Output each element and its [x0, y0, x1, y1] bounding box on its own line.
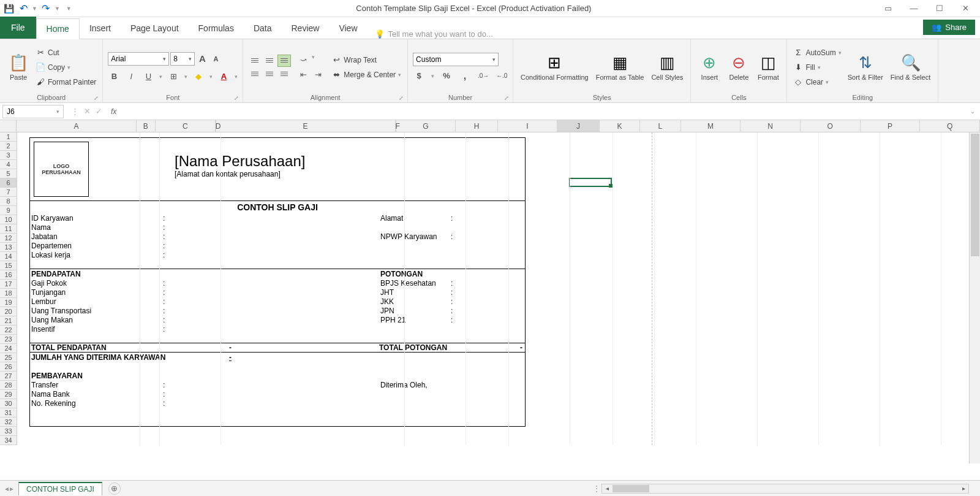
paste-button[interactable]: 📋 Paste: [5, 42, 32, 93]
tab-insert[interactable]: Insert: [80, 18, 121, 39]
company-address[interactable]: [Alamat dan kontak perusahaan]: [175, 170, 305, 178]
tell-me-search[interactable]: 💡 Tell me what you want to do...: [368, 29, 500, 39]
undo-dropdown[interactable]: ▼: [32, 6, 37, 12]
row-header-33[interactable]: 33: [0, 427, 17, 436]
autosum-button[interactable]: ΣAutoSum ▾: [792, 46, 842, 59]
col-header-E[interactable]: E: [216, 120, 396, 132]
row-header-24[interactable]: 24: [0, 344, 17, 353]
number-launcher-icon[interactable]: ⤢: [504, 95, 509, 101]
row-header-13[interactable]: 13: [0, 243, 17, 252]
company-name[interactable]: [Nama Perusahaan]: [175, 153, 305, 170]
tab-view[interactable]: View: [329, 18, 367, 39]
format-as-table-button[interactable]: ▦Format as Table: [594, 42, 647, 93]
save-icon[interactable]: 💾: [2, 2, 15, 15]
tab-formulas[interactable]: Formulas: [189, 18, 244, 39]
hscroll-left-icon[interactable]: ◂: [602, 484, 612, 493]
col-header-Q[interactable]: Q: [920, 120, 980, 132]
col-header-K[interactable]: K: [600, 120, 640, 132]
align-bottom-center[interactable]: [263, 68, 276, 80]
potongan-header[interactable]: POTONGAN: [380, 269, 524, 278]
col-header-O[interactable]: O: [801, 120, 861, 132]
vscroll-thumb[interactable]: [971, 134, 979, 256]
col-header-M[interactable]: M: [681, 120, 741, 132]
new-sheet-button[interactable]: ⊕: [108, 483, 121, 495]
number-format-dropdown[interactable]: Custom▾: [413, 53, 499, 66]
list-item[interactable]: Jabatan:: [31, 232, 380, 241]
pembayaran-header[interactable]: PEMBAYARAN: [31, 371, 380, 380]
row-header-20[interactable]: 20: [0, 307, 17, 316]
copy-button[interactable]: 📄Copy ▾: [34, 61, 97, 74]
sheet-nav-prev-icon[interactable]: ◂: [5, 484, 9, 493]
col-header-C[interactable]: C: [156, 120, 216, 132]
clipboard-launcher-icon[interactable]: ⤢: [94, 95, 99, 101]
grow-font-icon[interactable]: A: [196, 53, 208, 65]
row-header-3[interactable]: 3: [0, 151, 17, 160]
column-headers[interactable]: ABCDEFGHIJKLMNOPQ: [0, 120, 980, 132]
list-item[interactable]: PPH 21:: [380, 315, 524, 324]
redo-dropdown[interactable]: ▼: [55, 6, 60, 12]
conditional-formatting-button[interactable]: ⊞Conditional Formatting: [518, 42, 591, 93]
align-top-left[interactable]: [248, 55, 262, 67]
enter-formula-icon[interactable]: ✓: [96, 107, 102, 116]
pendapatan-header[interactable]: PENDAPATAN: [31, 269, 380, 278]
formula-options-icon[interactable]: ⋮: [71, 107, 79, 116]
list-item[interactable]: Lokasi kerja:: [31, 250, 380, 259]
sheet-tab-active[interactable]: CONTOH SLIP GAJI: [18, 482, 102, 495]
row-headers[interactable]: 1234567891011121314151617181920212223242…: [0, 132, 17, 445]
accounting-format-icon[interactable]: $: [413, 70, 425, 82]
tab-split-handle-icon[interactable]: ⋮: [593, 484, 600, 493]
italic-button[interactable]: I: [125, 71, 137, 83]
row-header-8[interactable]: 8: [0, 197, 17, 206]
row-header-14[interactable]: 14: [0, 252, 17, 261]
increase-indent-icon[interactable]: ⇥: [312, 69, 324, 81]
select-all-corner[interactable]: [0, 120, 17, 132]
tab-page-layout[interactable]: Page Layout: [121, 18, 189, 39]
list-item[interactable]: Uang Makan:: [31, 315, 380, 324]
row-header-29[interactable]: 29: [0, 390, 17, 399]
list-item[interactable]: Alamat:: [380, 213, 524, 223]
ribbon-display-icon[interactable]: ▭: [876, 1, 900, 16]
align-top-center[interactable]: [263, 55, 276, 67]
row-header-1[interactable]: 1: [0, 132, 17, 142]
tab-file[interactable]: File: [0, 17, 36, 39]
tab-home[interactable]: Home: [36, 18, 80, 39]
cell-styles-button[interactable]: ▥Cell Styles: [649, 42, 685, 93]
tab-data[interactable]: Data: [244, 18, 282, 39]
expand-formula-bar-icon[interactable]: ⌄: [965, 108, 980, 115]
clear-button[interactable]: ◇Clear ▾: [792, 75, 842, 89]
comma-style-icon[interactable]: ,: [459, 70, 471, 82]
row-header-28[interactable]: 28: [0, 381, 17, 390]
list-item[interactable]: ID Karyawan:: [31, 213, 380, 223]
worksheet-grid[interactable]: ABCDEFGHIJKLMNOPQ 1234567891011121314151…: [0, 120, 980, 464]
cells-area[interactable]: LOGO PERUSAHAAN [Nama Perusahaan] [Alama…: [17, 132, 980, 445]
row-header-31[interactable]: 31: [0, 408, 17, 418]
col-header-B[interactable]: B: [137, 120, 156, 132]
row-header-22[interactable]: 22: [0, 326, 17, 335]
merge-center-button[interactable]: ⬌Merge & Center ▾: [330, 68, 402, 82]
maximize-icon[interactable]: ☐: [927, 1, 952, 16]
row-header-10[interactable]: 10: [0, 215, 17, 224]
row-header-23[interactable]: 23: [0, 335, 17, 344]
row-header-12[interactable]: 12: [0, 234, 17, 243]
row-header-7[interactable]: 7: [0, 188, 17, 197]
underline-button[interactable]: U: [142, 71, 154, 83]
row-header-6[interactable]: 6: [0, 178, 17, 188]
format-painter-button[interactable]: 🖌Format Painter: [34, 75, 97, 89]
close-icon[interactable]: ✕: [953, 1, 978, 16]
percent-icon[interactable]: %: [440, 70, 453, 82]
increase-decimal-icon[interactable]: .0→: [477, 70, 489, 82]
row-header-26[interactable]: 26: [0, 362, 17, 372]
cut-button[interactable]: ✂Cut: [34, 46, 97, 59]
align-top-right[interactable]: [277, 55, 291, 67]
col-header-P[interactable]: P: [861, 120, 921, 132]
list-item[interactable]: Departemen:: [31, 241, 380, 250]
tab-review[interactable]: Review: [282, 18, 330, 39]
delete-cells-button[interactable]: ⊖Delete: [725, 42, 752, 93]
list-item[interactable]: Gaji Pokok:: [31, 278, 380, 288]
align-bottom-right[interactable]: [277, 68, 291, 80]
row-header-17[interactable]: 17: [0, 280, 17, 289]
fill-button[interactable]: ⬇Fill ▾: [792, 61, 842, 74]
row-header-11[interactable]: 11: [0, 224, 17, 234]
fx-icon[interactable]: fx: [107, 107, 120, 116]
total-row[interactable]: TOTAL PENDAPATAN - TOTAL POTONGAN -: [30, 343, 525, 353]
